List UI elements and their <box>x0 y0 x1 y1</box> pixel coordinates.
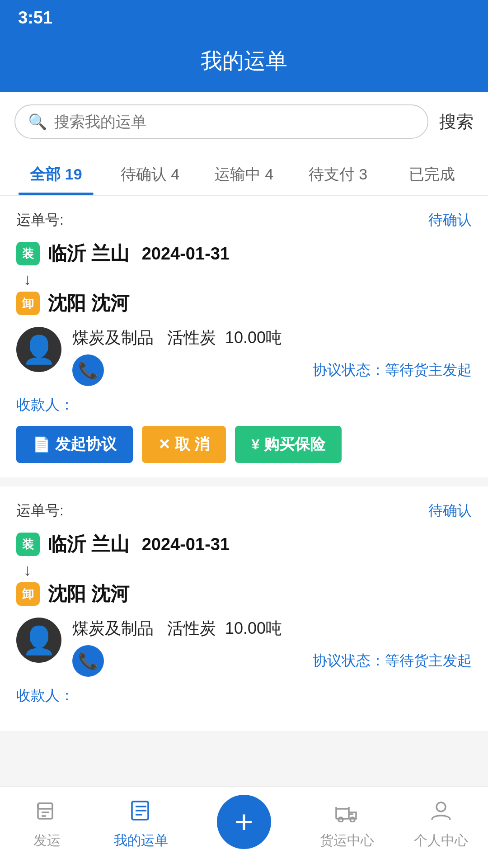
avatar-icon-2: 👤 <box>22 624 56 656</box>
tab-pending-pay-count: 3 <box>359 165 367 183</box>
unload-badge-2: 卸 <box>16 582 40 606</box>
tab-pending-confirm-label: 待确认 <box>121 165 171 183</box>
nav-my-waybill[interactable]: 我的运单 <box>94 799 188 850</box>
unload-route-2: 卸 沈阳 沈河 <box>16 581 472 607</box>
cargo-section-1: 👤 煤炭及制品 活性炭 10.00吨 📞 协议状态：等待货主发起 <box>16 327 472 386</box>
tab-all[interactable]: 全部 19 <box>9 151 103 195</box>
search-icon: 🔍 <box>28 113 47 131</box>
insurance-icon-1: ¥ <box>251 436 259 453</box>
action-btns-1: 📄 发起协议 ✕ 取 消 ¥ 购买保险 <box>16 426 472 463</box>
waybill-card-2: 运单号: 待确认 装 临沂 兰山 2024-01-31 ↓ 卸 沈阳 沈河 <box>0 486 488 731</box>
avatar-2: 👤 <box>16 618 61 663</box>
nav-fab[interactable]: + <box>188 795 300 854</box>
unload-badge-1: 卸 <box>16 292 40 315</box>
cargo-section-2: 👤 煤炭及制品 活性炭 10.00吨 📞 协议状态：等待货主发起 <box>16 618 472 677</box>
search-section: 🔍 搜索 <box>0 92 488 151</box>
cargo-row2-2: 📞 协议状态：等待货主发起 <box>72 645 472 677</box>
load-location-2: 临沂 兰山 <box>48 532 129 557</box>
bottom-nav: 发运 我的运单 + <box>0 786 488 868</box>
load-route-1: 装 临沂 兰山 2024-01-31 <box>16 241 472 266</box>
waybill-status-1: 待确认 <box>428 210 472 230</box>
payee-line-1: 收款人： <box>16 395 472 415</box>
search-button[interactable]: 搜索 <box>439 110 474 133</box>
cancel-icon-1: ✕ <box>158 436 170 453</box>
card-header-1: 运单号: 待确认 <box>16 210 472 230</box>
my-waybill-label: 我的运单 <box>114 831 168 850</box>
insurance-button-1[interactable]: ¥ 购买保险 <box>235 426 342 463</box>
route-arrow-2: ↓ <box>23 561 472 580</box>
svg-point-13 <box>436 802 446 811</box>
initiate-agreement-button-1[interactable]: 📄 发起协议 <box>16 426 133 463</box>
nav-profile[interactable]: 个人中心 <box>394 799 488 850</box>
cargo-details-1: 煤炭及制品 活性炭 10.00吨 📞 协议状态：等待货主发起 <box>72 327 472 386</box>
tabs-bar: 全部 19 待确认 4 运输中 4 待支付 3 已完成 <box>0 151 488 196</box>
nav-freight-center[interactable]: 货运中心 <box>300 799 394 850</box>
route-1: 装 临沂 兰山 2024-01-31 ↓ 卸 沈阳 沈河 <box>16 241 472 316</box>
dispatch-label: 发运 <box>33 831 61 850</box>
tab-completed-label: 已完成 <box>409 165 455 183</box>
cargo-name-2: 煤炭及制品 活性炭 10.00吨 <box>72 618 472 640</box>
tab-in-transit[interactable]: 运输中 4 <box>197 151 291 195</box>
nav-dispatch[interactable]: 发运 <box>0 799 94 850</box>
load-date-1: 2024-01-31 <box>142 244 230 264</box>
tab-all-count: 19 <box>65 165 82 183</box>
page-title: 我的运单 <box>201 49 287 73</box>
phone-icon-2: 📞 <box>78 651 99 670</box>
avatar-icon-1: 👤 <box>22 334 56 366</box>
load-location-1: 临沂 兰山 <box>48 241 129 266</box>
unload-location-2: 沈阳 沈河 <box>48 581 129 607</box>
load-route-2: 装 临沂 兰山 2024-01-31 <box>16 532 472 557</box>
status-bar: 3:51 <box>0 0 488 36</box>
avatar-1: 👤 <box>16 327 61 372</box>
svg-point-10 <box>350 817 355 822</box>
load-badge-2: 装 <box>16 533 40 556</box>
phone-icon-1: 📞 <box>78 361 99 380</box>
svg-rect-1 <box>38 803 52 809</box>
cargo-row2-1: 📞 协议状态：等待货主发起 <box>72 354 472 386</box>
status-time: 3:51 <box>18 8 52 27</box>
cargo-details-2: 煤炭及制品 活性炭 10.00吨 📞 协议状态：等待货主发起 <box>72 618 472 677</box>
waybill-status-2: 待确认 <box>428 501 472 521</box>
cards-container: 运单号: 待确认 装 临沂 兰山 2024-01-31 ↓ 卸 沈阳 沈河 <box>0 196 488 786</box>
profile-icon <box>429 799 453 828</box>
tab-pending-pay[interactable]: 待支付 3 <box>291 151 385 195</box>
dispatch-icon <box>35 799 59 828</box>
waybill-label-1: 运单号: <box>16 210 64 230</box>
my-waybill-icon <box>129 799 153 828</box>
profile-label: 个人中心 <box>414 831 468 850</box>
tab-in-transit-label: 运输中 <box>215 165 265 183</box>
waybill-label-2: 运单号: <box>16 501 64 521</box>
tab-pending-confirm-count: 4 <box>171 165 179 183</box>
tab-pending-pay-label: 待支付 <box>309 165 359 183</box>
svg-point-9 <box>338 817 343 822</box>
tab-in-transit-count: 4 <box>265 165 273 183</box>
tab-pending-confirm[interactable]: 待确认 4 <box>103 151 197 195</box>
route-arrow-1: ↓ <box>23 270 472 289</box>
search-input-wrap[interactable]: 🔍 <box>14 104 428 139</box>
unload-location-1: 沈阳 沈河 <box>48 291 129 316</box>
agreement-status-2: 协议状态：等待货主发起 <box>104 651 472 671</box>
page-header: 我的运单 <box>0 36 488 92</box>
search-input[interactable] <box>54 113 415 131</box>
fab-button[interactable]: + <box>217 795 271 849</box>
card-header-2: 运单号: 待确认 <box>16 501 472 521</box>
cancel-button-1[interactable]: ✕ 取 消 <box>142 426 226 463</box>
tab-completed[interactable]: 已完成 <box>385 151 479 195</box>
fab-icon: + <box>235 806 253 838</box>
agreement-status-1: 协议状态：等待货主发起 <box>104 360 472 380</box>
route-2: 装 临沂 兰山 2024-01-31 ↓ 卸 沈阳 沈河 <box>16 532 472 607</box>
unload-route-1: 卸 沈阳 沈河 <box>16 291 472 316</box>
waybill-card-1: 运单号: 待确认 装 临沂 兰山 2024-01-31 ↓ 卸 沈阳 沈河 <box>0 196 488 477</box>
load-date-2: 2024-01-31 <box>142 535 230 554</box>
cargo-name-1: 煤炭及制品 活性炭 10.00吨 <box>72 327 472 349</box>
phone-button-2[interactable]: 📞 <box>72 645 104 677</box>
agreement-icon-1: 📄 <box>33 436 51 453</box>
payee-line-2: 收款人： <box>16 686 472 706</box>
freight-center-icon <box>334 799 360 828</box>
freight-center-label: 货运中心 <box>320 831 374 850</box>
phone-button-1[interactable]: 📞 <box>72 354 104 386</box>
tab-all-label: 全部 <box>30 165 65 183</box>
load-badge-1: 装 <box>16 242 40 265</box>
